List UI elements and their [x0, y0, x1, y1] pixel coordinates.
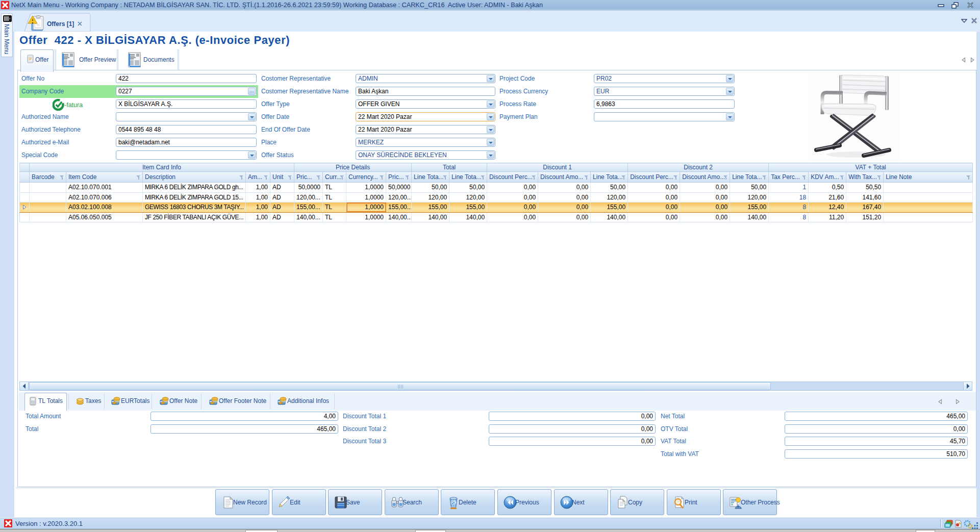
svg-text:-fatura: -fatura	[64, 102, 83, 109]
